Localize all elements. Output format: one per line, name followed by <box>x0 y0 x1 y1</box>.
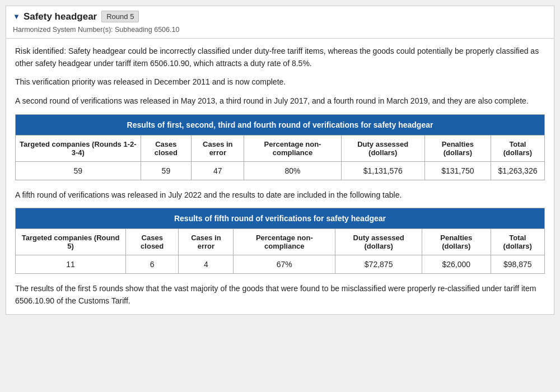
card-header: ▼ Safety headgear Round 5 <box>6 6 554 25</box>
table1-col-4: Percentage non-compliance <box>244 135 341 161</box>
table2-cell-2: 6 <box>126 255 179 274</box>
table1-col-3: Cases in error <box>192 135 244 161</box>
table2-header-row: Targeted companies (Round 5) Cases close… <box>16 229 545 255</box>
table2-cell-3: 4 <box>179 255 234 274</box>
table1-cell-7: $1,263,326 <box>491 161 544 180</box>
table1: Results of first, second, third and four… <box>15 114 545 180</box>
table2-col-2: Cases closed <box>126 229 179 255</box>
table1-col-2: Cases closed <box>141 135 192 161</box>
table1-col-1: Targeted companies (Rounds 1-2-3-4) <box>16 135 141 161</box>
table2: Results of fifth round of verifications … <box>15 208 545 274</box>
table2-col-4: Percentage non-compliance <box>234 229 335 255</box>
toggle-icon[interactable]: ▼ <box>13 12 20 21</box>
table1-cell-4: 80% <box>244 161 341 180</box>
table2-col-1: Targeted companies (Round 5) <box>16 229 126 255</box>
footer-text: The results of the first 5 rounds show t… <box>15 283 545 307</box>
paragraph-2: This verification priority was released … <box>15 76 545 88</box>
table2-col-6: Penalties (dollars) <box>422 229 491 255</box>
table1-cell-3: 47 <box>192 161 244 180</box>
table1-cell-1: 59 <box>16 161 141 180</box>
hs-number: Harmonized System Number(s): Subheading … <box>6 25 554 38</box>
table1-cell-5: $1,131,576 <box>341 161 424 180</box>
main-card: ▼ Safety headgear Round 5 Harmonized Sys… <box>6 6 554 315</box>
table1-header-row: Targeted companies (Rounds 1-2-3-4) Case… <box>16 135 545 161</box>
table2-col-7: Total (dollars) <box>491 229 544 255</box>
round-badge: Round 5 <box>101 11 139 22</box>
table1-cell-2: 59 <box>141 161 192 180</box>
content-area: Risk identified: Safety headgear could b… <box>6 39 554 314</box>
table2-col-3: Cases in error <box>179 229 234 255</box>
between-text: A fifth round of verifications was relea… <box>15 189 545 202</box>
section-title: Safety headgear <box>24 11 97 22</box>
table1-col-5: Duty assessed (dollars) <box>341 135 424 161</box>
paragraph-3: A second round of verifications was rele… <box>15 95 545 108</box>
table2-section: Results of fifth round of verifications … <box>15 208 545 274</box>
table2-cell-1: 11 <box>16 255 126 274</box>
table1-section: Results of first, second, third and four… <box>15 114 545 180</box>
table2-cell-4: 67% <box>234 255 335 274</box>
table2-title: Results of fifth round of verifications … <box>16 208 545 229</box>
table1-data-row: 59 59 47 80% $1,131,576 $131,750 $1,263,… <box>16 161 545 180</box>
table1-col-6: Penalties (dollars) <box>424 135 491 161</box>
table2-data-row: 11 6 4 67% $72,875 $26,000 $98,875 <box>16 255 545 274</box>
table1-cell-6: $131,750 <box>424 161 491 180</box>
table2-cell-7: $98,875 <box>491 255 544 274</box>
table1-title-row: Results of first, second, third and four… <box>16 114 545 135</box>
paragraph-1: Risk identified: Safety headgear could b… <box>15 45 545 69</box>
table2-cell-6: $26,000 <box>422 255 491 274</box>
table2-cell-5: $72,875 <box>335 255 422 274</box>
table1-title: Results of first, second, third and four… <box>16 114 545 135</box>
table2-title-row: Results of fifth round of verifications … <box>16 208 545 229</box>
table1-col-7: Total (dollars) <box>491 135 544 161</box>
table2-col-5: Duty assessed (dollars) <box>335 229 422 255</box>
